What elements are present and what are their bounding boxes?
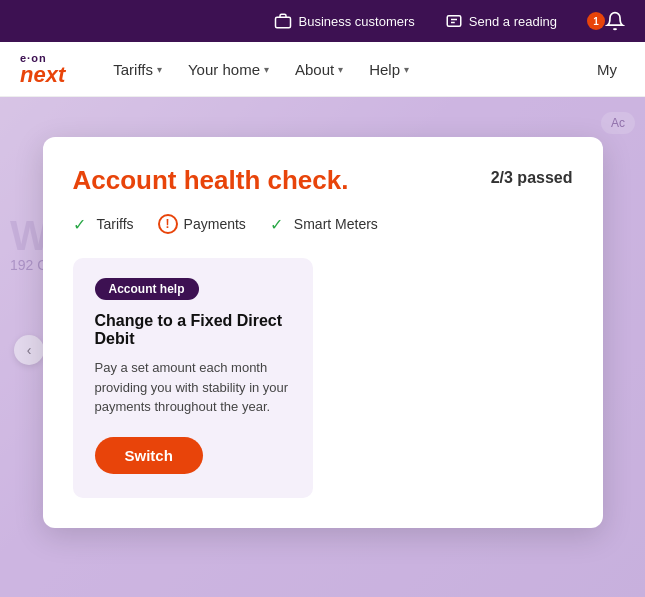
health-smart-meters-label: Smart Meters bbox=[294, 216, 378, 232]
svg-rect-1 bbox=[447, 16, 461, 27]
health-payments-label: Payments bbox=[184, 216, 246, 232]
nav-tariffs-label: Tariffs bbox=[113, 61, 153, 78]
health-item-tariffs: ✓ Tariffs bbox=[73, 215, 134, 233]
modal-card: Account health check. 2/3 passed ✓ Tarif… bbox=[43, 137, 603, 528]
help-title: Change to a Fixed Direct Debit bbox=[95, 312, 291, 348]
nav-about-label: About bbox=[295, 61, 334, 78]
modal-header: Account health check. 2/3 passed bbox=[73, 165, 573, 196]
help-description: Pay a set amount each month providing yo… bbox=[95, 358, 291, 417]
nav-help[interactable]: Help ▾ bbox=[361, 42, 417, 96]
check-icon: ✓ bbox=[270, 215, 288, 233]
help-card: Account help Change to a Fixed Direct De… bbox=[73, 258, 313, 498]
switch-button[interactable]: Switch bbox=[95, 437, 203, 474]
health-item-smart-meters: ✓ Smart Meters bbox=[270, 215, 378, 233]
modal-passed: 2/3 passed bbox=[491, 169, 573, 187]
briefcase-icon bbox=[274, 12, 292, 30]
chevron-down-icon: ▾ bbox=[404, 64, 409, 75]
business-customers-link[interactable]: Business customers bbox=[274, 12, 414, 30]
bell-icon bbox=[605, 11, 625, 31]
nav-bar: e·on next Tariffs ▾ Your home ▾ About ▾ … bbox=[0, 42, 645, 97]
health-item-payments: ! Payments bbox=[158, 214, 246, 234]
logo[interactable]: e·on next bbox=[20, 52, 65, 86]
nav-about[interactable]: About ▾ bbox=[287, 42, 351, 96]
nav-your-home[interactable]: Your home ▾ bbox=[180, 42, 277, 96]
send-reading-link[interactable]: Send a reading bbox=[445, 12, 557, 30]
chevron-down-icon: ▾ bbox=[157, 64, 162, 75]
notification-badge: 1 bbox=[587, 12, 605, 30]
check-icon: ✓ bbox=[73, 215, 91, 233]
modal-overlay: Account health check. 2/3 passed ✓ Tarif… bbox=[0, 97, 645, 597]
logo-next-text: next bbox=[20, 64, 65, 86]
meter-icon bbox=[445, 12, 463, 30]
modal-title: Account health check. bbox=[73, 165, 349, 196]
health-items: ✓ Tariffs ! Payments ✓ Smart Meters bbox=[73, 214, 573, 234]
chevron-down-icon: ▾ bbox=[264, 64, 269, 75]
nav-my-label: My bbox=[597, 61, 617, 78]
nav-your-home-label: Your home bbox=[188, 61, 260, 78]
warning-icon: ! bbox=[158, 214, 178, 234]
health-tariffs-label: Tariffs bbox=[97, 216, 134, 232]
nav-help-label: Help bbox=[369, 61, 400, 78]
nav-tariffs[interactable]: Tariffs ▾ bbox=[105, 42, 170, 96]
send-reading-label: Send a reading bbox=[469, 14, 557, 29]
top-bar: Business customers Send a reading 1 bbox=[0, 0, 645, 42]
chevron-down-icon: ▾ bbox=[338, 64, 343, 75]
notification-wrapper[interactable]: 1 bbox=[587, 11, 625, 31]
business-customers-label: Business customers bbox=[298, 14, 414, 29]
svg-rect-0 bbox=[276, 17, 291, 28]
help-tag: Account help bbox=[95, 278, 199, 300]
nav-my[interactable]: My bbox=[589, 42, 625, 96]
